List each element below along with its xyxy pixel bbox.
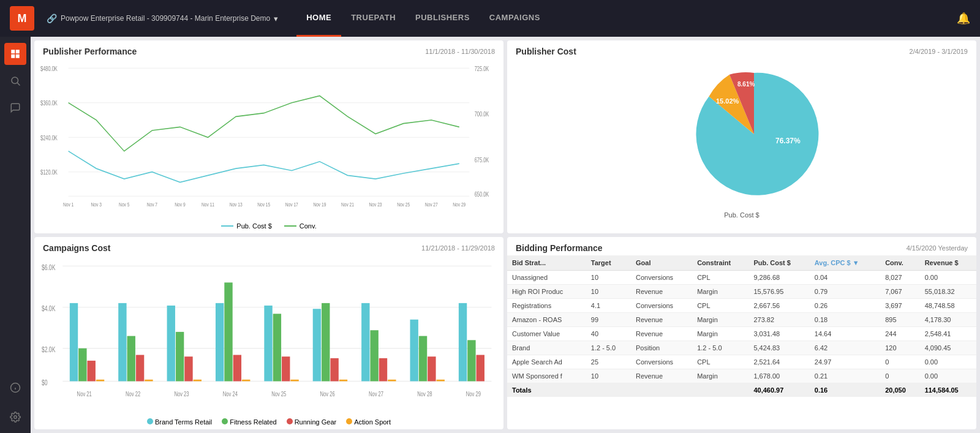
svg-text:Nov 22: Nov 22 [126,390,140,397]
publisher-performance-title: Publisher Performance [43,47,137,56]
svg-text:8.61%: 8.61% [737,81,755,88]
cell-avg-cpc: 0.79 [810,284,880,298]
svg-rect-77 [410,319,418,381]
svg-rect-56 [145,379,153,381]
legend-conv-label: Conv. [300,222,317,230]
sidebar-icon-search[interactable] [4,70,26,92]
svg-text:$6.0K: $6.0K [42,263,55,271]
nav-home[interactable]: HOME [296,0,341,37]
svg-rect-67 [282,356,290,381]
bidding-table-header: Bid Strat... Target Goal Constraint Pub.… [507,255,976,271]
publisher-cost-header: Publisher Cost 2/4/2019 - 3/1/2019 [507,40,976,59]
svg-text:$480.0K: $480.0K [40,66,58,72]
cell-target: 99 [586,312,631,326]
cell-goal: Conversions [631,355,692,369]
col-bid-strat[interactable]: Bid Strat... [507,255,586,271]
svg-rect-69 [313,309,321,381]
sidebar-icon-info[interactable] [4,377,26,399]
col-pub-cost[interactable]: Pub. Cost $ [748,255,809,271]
cell-conv: 120 [880,341,919,355]
sidebar-icon-settings[interactable] [4,406,26,428]
svg-text:650.0K: 650.0K [475,191,489,198]
nav-truepath[interactable]: TRUEPATH [341,0,405,37]
publisher-cost-date: 2/4/2019 - 3/1/2019 [910,48,968,55]
svg-rect-62 [224,282,232,381]
svg-text:Nov 23: Nov 23 [369,201,382,208]
cell-avg-cpc: 6.42 [810,341,880,355]
cell-constraint: CPL [692,355,748,369]
pie-chart-container: 76.37% 15.02% 8.61% Pub. Cost $ [507,59,976,233]
col-target[interactable]: Target [586,255,631,271]
cell-constraint: 1.2 - 5.0 [692,341,748,355]
cell-avg-cpc: 24.97 [810,355,880,369]
svg-rect-53 [118,303,126,381]
legend-conv: Conv. [284,222,317,230]
cell-pub-cost: 273.82 [748,312,809,326]
cell-avg-cpc: 0.18 [810,312,880,326]
svg-rect-75 [379,358,387,381]
svg-rect-80 [437,379,445,381]
col-avg-cpc[interactable]: Avg. CPC $ ▼ [810,255,880,271]
svg-text:Nov 24: Nov 24 [223,390,238,397]
cell-conv: 0 [880,355,919,369]
legend-action-sport: Action Sport [346,418,391,426]
nav-campaigns[interactable]: CAMPAIGNS [480,0,550,37]
svg-text:Nov 13: Nov 13 [230,201,243,208]
cell-bid-strat: Registrations [507,298,586,312]
col-goal[interactable]: Goal [631,255,692,271]
cell-pub-cost: 3,031.48 [748,326,809,341]
col-revenue[interactable]: Revenue $ [920,255,976,271]
col-constraint[interactable]: Constraint [692,255,748,271]
col-conv[interactable]: Conv. [880,255,919,271]
cell-bid-strat: High ROI Produc [507,284,586,298]
cell-revenue: 0.00 [920,369,976,383]
bidding-table-scroll[interactable]: Bid Strat... Target Goal Constraint Pub.… [507,255,976,430]
line-chart-svg: $480.0K $360.0K $240.0K $120.0K 725.0K 7… [40,61,497,214]
svg-point-9 [14,416,17,419]
cell-target: 4.1 [586,298,631,312]
svg-rect-73 [361,303,369,381]
cell-constraint: CPL [692,270,748,284]
campaigns-cost-body: $6.0K $4.0K $2.0K $0 [34,255,503,416]
svg-text:$2.0K: $2.0K [42,346,55,354]
svg-rect-82 [467,340,475,381]
bidding-performance-header: Bidding Performance 4/15/2020 Yesterday [507,237,976,255]
svg-text:Nov 23: Nov 23 [174,390,189,397]
cell-bid-strat: Customer Value [507,326,586,341]
svg-rect-50 [78,348,86,381]
svg-rect-59 [184,356,192,381]
pie-chart-svg: 76.37% 15.02% 8.61% [656,67,827,208]
campaigns-bar-chart: $6.0K $4.0K $2.0K $0 [34,255,503,416]
cell-constraint: CPL [692,298,748,312]
table-row: Brand 1.2 - 5.0 Position 1.2 - 5.0 5,424… [507,341,976,355]
svg-rect-71 [330,358,338,381]
cell-revenue: 4,178.30 [920,312,976,326]
logo-icon: M [10,6,34,31]
svg-rect-79 [428,356,435,381]
bidding-table-body: Unassigned 10 Conversions CPL 9,286.68 0… [507,270,976,383]
svg-rect-57 [167,305,175,381]
svg-rect-49 [70,303,78,381]
account-selector[interactable]: 🔗 Powpow Enterprise Retail - 309909744 -… [47,13,278,23]
svg-rect-78 [419,336,427,381]
bar-chart-legend: Brand Terms Retail Fitness Related Runni… [34,416,503,429]
svg-text:Nov 11: Nov 11 [202,201,214,208]
legend-pub-cost: Pub. Cost $ [221,222,271,230]
topbar: M 🔗 Powpow Enterprise Retail - 309909744… [0,0,980,37]
main-nav: HOME TRUEPATH PUBLISHERS CAMPAIGNS [296,0,550,37]
notifications-bell-icon[interactable]: 🔔 [957,12,970,25]
svg-rect-64 [242,379,250,381]
cell-goal: Revenue [631,369,692,383]
svg-rect-65 [264,305,272,381]
nav-publishers[interactable]: PUBLISHERS [405,0,480,37]
svg-text:725.0K: 725.0K [475,66,489,72]
svg-text:Nov 5: Nov 5 [119,201,130,208]
cell-revenue: 0.00 [920,355,976,369]
svg-text:700.0K: 700.0K [475,111,489,118]
sidebar-icon-chat[interactable] [4,97,26,119]
sidebar-icon-dashboard[interactable] [4,43,26,65]
publisher-performance-card: Publisher Performance 11/1/2018 - 11/30/… [34,40,503,233]
cell-revenue: 4,090.45 [920,341,976,355]
svg-rect-2 [11,55,15,58]
cell-goal: Conversions [631,270,692,284]
